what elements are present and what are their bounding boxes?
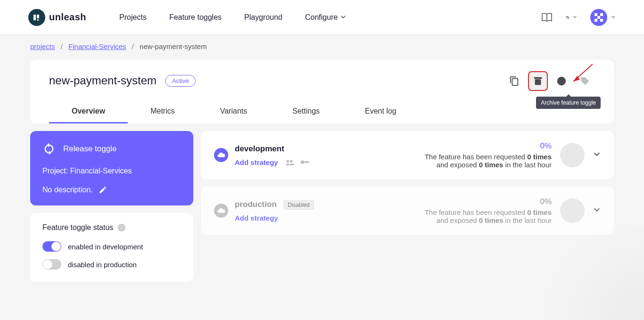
release-toggle-card: Release toggle Project: Financial-Servic… [30, 131, 193, 205]
cloud-icon [214, 204, 228, 218]
nav-configure[interactable]: Configure [305, 13, 346, 22]
expand-chevron[interactable] [593, 150, 601, 160]
archive-tooltip: Archive feature toggle [536, 97, 601, 109]
user-menu[interactable] [590, 9, 616, 26]
svg-point-12 [290, 160, 293, 163]
cloud-icon [214, 148, 228, 162]
env-name: production [235, 200, 277, 209]
app-header: unleash Projects Feature toggles Playgro… [0, 0, 644, 35]
chevron-down-icon [572, 14, 577, 21]
toggle-production-label: disabled in production [68, 261, 137, 269]
info-icon[interactable]: i [118, 224, 125, 231]
chevron-down-icon [611, 14, 616, 21]
svg-point-11 [286, 160, 289, 163]
svg-rect-4 [594, 13, 597, 16]
strategy-icon [300, 159, 310, 165]
environment-development-card: development Add strategy 0% The feature … [201, 131, 614, 179]
svg-rect-2 [37, 19, 39, 21]
tab-settings[interactable]: Settings [270, 100, 342, 123]
toggle-development-label: enabled in development [68, 243, 143, 251]
feature-title: new-payment-system [49, 74, 157, 87]
settings-dropdown[interactable] [566, 12, 577, 23]
logo[interactable]: unleash [28, 9, 86, 26]
toggle-production[interactable] [42, 259, 61, 270]
feature-tabs: Overview Metrics Variants Settings Event… [49, 100, 595, 123]
primary-nav: Projects Feature toggles Playground Conf… [119, 13, 346, 22]
env-percent: 0% [425, 197, 552, 206]
nav-feature-toggles[interactable]: Feature toggles [169, 13, 222, 22]
metric-avatar-icon [560, 143, 585, 167]
release-toggle-title: Release toggle [63, 144, 116, 154]
tab-metrics[interactable]: Metrics [128, 100, 198, 123]
add-strategy-button[interactable]: Add strategy [235, 214, 278, 222]
feature-header-card: new-payment-system Active Archive featur… [30, 60, 614, 123]
content-row: Release toggle Project: Financial-Servic… [30, 131, 614, 282]
tab-overview[interactable]: Overview [49, 100, 128, 123]
add-strategy-button[interactable]: Add strategy [235, 158, 278, 166]
breadcrumb-projects[interactable]: projects [30, 42, 55, 50]
env-stats: 0% The feature has been requested 0 time… [425, 141, 552, 169]
logo-mark-icon [28, 9, 45, 26]
logo-text: unleash [49, 12, 86, 23]
environment-production-card: production Disabled Add strategy 0% The … [201, 187, 614, 235]
docs-icon[interactable] [541, 12, 553, 23]
users-icon [285, 159, 295, 165]
expand-chevron[interactable] [593, 206, 601, 216]
toggle-development[interactable] [42, 241, 61, 252]
feature-actions [504, 71, 595, 91]
breadcrumb-feature: new-payment-system [140, 42, 207, 50]
svg-rect-5 [600, 13, 603, 16]
svg-rect-0 [33, 15, 36, 20]
archive-icon [533, 76, 543, 86]
breadcrumb-project[interactable]: Financial-Services [68, 42, 126, 50]
nav-playground[interactable]: Playground [244, 13, 282, 22]
svg-rect-7 [594, 19, 597, 22]
project-label: Project: Financial-Services [42, 167, 181, 175]
gear-icon [566, 12, 570, 23]
env-name: development [235, 144, 284, 153]
header-actions [541, 9, 616, 26]
disabled-badge: Disabled [283, 200, 314, 210]
svg-rect-14 [304, 161, 309, 163]
env-percent: 0% [425, 141, 552, 151]
history-icon[interactable] [552, 71, 571, 91]
metric-avatar-icon [560, 198, 585, 223]
edit-icon[interactable] [99, 186, 107, 194]
chevron-down-icon [340, 14, 346, 21]
status-card-title: Feature toggle status [42, 223, 113, 232]
status-badge: Active [165, 75, 196, 87]
archive-button[interactable] [528, 71, 548, 91]
breadcrumb: projects / Financial-Services / new-paym… [0, 35, 644, 60]
svg-rect-6 [597, 16, 600, 19]
tab-event-log[interactable]: Event log [342, 100, 419, 123]
tag-icon[interactable] [575, 71, 595, 91]
refresh-icon [42, 142, 56, 156]
no-description-text: No description. [42, 186, 93, 194]
user-avatar-icon [590, 9, 607, 26]
env-stats: 0% The feature has been requested 0 time… [425, 197, 552, 224]
nav-projects[interactable]: Projects [119, 13, 147, 22]
status-card: Feature toggle status i enabled in devel… [30, 213, 193, 282]
nav-configure-label: Configure [305, 13, 338, 22]
copy-icon[interactable] [504, 71, 524, 91]
svg-rect-1 [37, 15, 39, 18]
svg-rect-8 [600, 19, 603, 22]
svg-point-13 [301, 160, 304, 164]
tab-variants[interactable]: Variants [198, 100, 270, 123]
